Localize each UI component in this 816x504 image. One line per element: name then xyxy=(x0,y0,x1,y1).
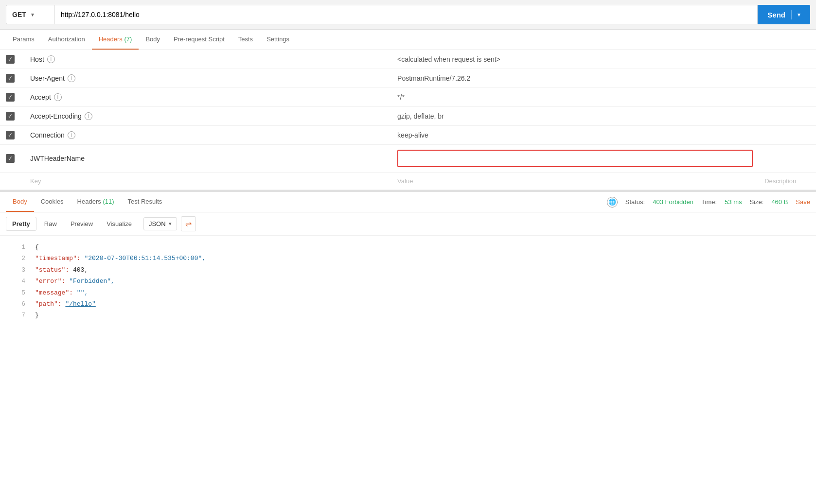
status-value: 403 Forbidden xyxy=(653,198,693,206)
json-brace: { xyxy=(35,242,39,253)
json-brace: } xyxy=(35,310,39,321)
info-icon[interactable]: i xyxy=(68,131,75,139)
json-key-value: "status": 403, xyxy=(35,264,88,276)
line-number: 6 xyxy=(6,298,25,310)
size-value: 460 B xyxy=(771,198,788,206)
header-key: JWTHeaderName xyxy=(30,155,386,162)
globe-icon: 🌐 xyxy=(607,197,618,208)
header-description xyxy=(759,126,816,145)
list-item: 4 "error": "Forbidden", xyxy=(0,276,816,287)
header-value: <calculated when request is sent> xyxy=(391,50,759,69)
tab-headers-label: Headers xyxy=(99,35,123,43)
line-number: 3 xyxy=(6,264,25,276)
table-row: Accept-Encodingigzip, deflate, br xyxy=(0,107,816,126)
info-icon[interactable]: i xyxy=(47,55,55,63)
response-meta: 🌐 Status: 403 Forbidden Time: 53 ms Size… xyxy=(607,197,810,208)
jwt-value-input[interactable] xyxy=(397,150,753,167)
header-description xyxy=(759,69,816,88)
header-checkbox[interactable] xyxy=(6,131,15,139)
info-icon[interactable]: i xyxy=(85,112,92,120)
response-tab-cookies[interactable]: Cookies xyxy=(34,192,71,212)
list-item: 2 "timestamp": "2020-07-30T06:51:14.535+… xyxy=(0,253,816,264)
header-description xyxy=(759,50,816,69)
tab-authorization[interactable]: Authorization xyxy=(41,30,92,50)
header-description xyxy=(759,107,816,126)
table-row: Connectionikeep-alive xyxy=(0,126,816,145)
status-label: Status: xyxy=(625,198,645,206)
url-bar: GET ▾ Send ▾ xyxy=(0,0,816,30)
table-row-placeholder: Key Value Description xyxy=(0,173,816,190)
tab-params[interactable]: Params xyxy=(6,30,41,50)
url-input[interactable] xyxy=(54,5,758,24)
header-value: gzip, deflate, br xyxy=(391,107,759,126)
method-select[interactable]: GET ▾ xyxy=(6,5,54,24)
header-value: PostmanRuntime/7.26.2 xyxy=(391,69,759,88)
header-key: Accepti xyxy=(30,93,386,101)
tab-settings[interactable]: Settings xyxy=(260,30,296,50)
send-label: Send xyxy=(767,11,785,19)
headers-table: Hosti<calculated when request is sent>Us… xyxy=(0,50,816,190)
response-tabs-bar: Body Cookies Headers (11) Test Results 🌐… xyxy=(0,192,816,212)
list-item: 1{ xyxy=(0,242,816,253)
header-description xyxy=(759,88,816,107)
list-item: 6 "path": "/hello" xyxy=(0,298,816,310)
tab-body[interactable]: Body xyxy=(139,30,167,50)
tab-headers[interactable]: Headers (7) xyxy=(92,30,139,50)
placeholder-value[interactable]: Value xyxy=(391,173,759,190)
header-checkbox[interactable] xyxy=(6,93,15,102)
response-tab-body[interactable]: Body xyxy=(6,192,34,212)
format-tab-pretty[interactable]: Pretty xyxy=(6,217,36,231)
header-value: keep-alive xyxy=(391,126,759,145)
info-icon[interactable]: i xyxy=(54,93,62,101)
line-number: 2 xyxy=(6,253,25,264)
send-button[interactable]: Send ▾ xyxy=(758,5,810,24)
format-select[interactable]: JSON ▾ xyxy=(143,217,177,230)
header-value: */* xyxy=(391,88,759,107)
time-value: 53 ms xyxy=(725,198,742,206)
format-tab-preview[interactable]: Preview xyxy=(65,217,99,230)
table-row: User-AgentiPostmanRuntime/7.26.2 xyxy=(0,69,816,88)
send-chevron-icon: ▾ xyxy=(798,12,800,18)
header-key: Connectioni xyxy=(30,131,386,139)
table-row: JWTHeaderName xyxy=(0,145,816,173)
list-item: 5 "message": "", xyxy=(0,287,816,298)
json-key-value: "error": "Forbidden", xyxy=(35,276,115,287)
format-tab-raw[interactable]: Raw xyxy=(38,217,63,230)
json-key-value: "message": "", xyxy=(35,287,88,298)
header-value xyxy=(391,145,759,173)
line-number: 5 xyxy=(6,287,25,298)
tab-tests[interactable]: Tests xyxy=(231,30,260,50)
time-label: Time: xyxy=(701,198,717,206)
json-link[interactable]: "/hello" xyxy=(65,300,95,308)
header-checkbox[interactable] xyxy=(6,55,15,64)
placeholder-check xyxy=(0,173,24,190)
json-key-value: "path": "/hello" xyxy=(35,298,96,310)
format-bar: Pretty Raw Preview Visualize JSON ▾ ⇌ xyxy=(0,212,816,236)
line-number: 4 xyxy=(6,276,25,287)
format-tab-visualize[interactable]: Visualize xyxy=(101,217,138,230)
header-key: Accept-Encodingi xyxy=(30,112,386,120)
table-row: Hosti<calculated when request is sent> xyxy=(0,50,816,69)
list-item: 3 "status": 403, xyxy=(0,264,816,276)
json-viewer: 1{2 "timestamp": "2020-07-30T06:51:14.53… xyxy=(0,236,816,327)
line-number: 7 xyxy=(6,310,25,321)
header-checkbox[interactable] xyxy=(6,112,15,121)
header-checkbox[interactable] xyxy=(6,74,15,83)
placeholder-key[interactable]: Key xyxy=(24,173,391,190)
response-section: Body Cookies Headers (11) Test Results 🌐… xyxy=(0,191,816,327)
format-select-chevron-icon: ▾ xyxy=(169,221,172,227)
tab-prerequest[interactable]: Pre-request Script xyxy=(167,30,231,50)
size-label: Size: xyxy=(749,198,763,206)
method-chevron-icon: ▾ xyxy=(31,12,34,18)
header-description xyxy=(759,145,816,173)
save-button[interactable]: Save xyxy=(796,198,810,206)
response-tab-test-results[interactable]: Test Results xyxy=(121,192,169,212)
header-checkbox[interactable] xyxy=(6,154,15,163)
wrap-icon: ⇌ xyxy=(185,219,192,228)
tab-headers-count: (7) xyxy=(124,35,132,43)
table-row: Accepti*/* xyxy=(0,88,816,107)
wrap-button[interactable]: ⇌ xyxy=(181,216,196,231)
info-icon[interactable]: i xyxy=(68,74,75,82)
header-key: User-Agenti xyxy=(30,74,386,82)
response-tab-headers[interactable]: Headers (11) xyxy=(71,192,121,212)
